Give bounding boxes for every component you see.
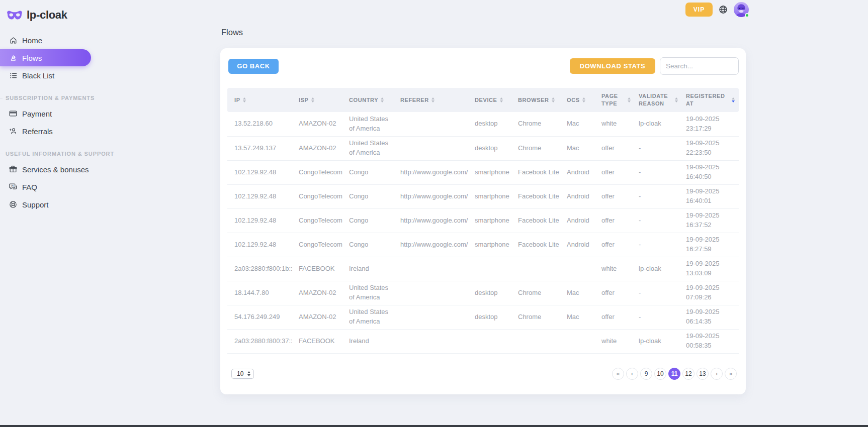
mask-icon [7,10,23,21]
page-size-select[interactable]: 10 [231,369,254,379]
column-header-referer[interactable]: REFERER [396,88,471,112]
column-header-validate-reason[interactable]: VALIDATE REASON [635,88,682,112]
pagination-page-9[interactable]: 9 [640,368,652,380]
table-cell: FACEBOOK [295,257,345,281]
table-row[interactable]: 13.52.218.60AMAZON-02United States of Am… [227,112,739,136]
table-cell: - [635,136,682,160]
table-cell: Mac [563,305,597,329]
pagination-page-11-active[interactable]: 11 [668,368,680,380]
table-cell: CongoTelecom [295,233,345,257]
sidebar-item-referrals[interactable]: Referrals [0,123,91,140]
table-cell [396,136,471,160]
table-cell: Android [563,233,597,257]
table-cell: 19-09-2025 06:14:35 [682,305,739,329]
table-cell: lp-cloak [635,112,682,136]
sidebar-item-flows[interactable]: Flows [0,49,91,66]
sidebar-item-label: Support [22,200,49,209]
sidebar-item-home[interactable]: Home [0,32,91,49]
table-cell: 2a03:2880:f800:37:: [227,329,295,353]
sidebar-item-label: Referrals [22,127,53,136]
table-cell: 13.52.218.60 [227,112,295,136]
table-cell: desktop [471,112,514,136]
column-header-isp[interactable]: ISP [295,88,345,112]
gift-icon [9,165,18,174]
table-cell: Chrome [514,112,563,136]
sidebar-item-services-bonuses[interactable]: Services & bonuses [0,161,91,178]
card-toolbar: GO BACK DOWNLOAD STATS [227,57,739,75]
column-header-page-type[interactable]: PAGE TYPE [597,88,635,112]
table-cell: Ireland [345,257,396,281]
table-cell [396,257,471,281]
column-header-ocs[interactable]: OCS [563,88,597,112]
table-row[interactable]: 13.57.249.137AMAZON-02United States of A… [227,136,739,160]
table-row[interactable]: 18.144.7.80AMAZON-02United States of Ame… [227,281,739,305]
pagination-next-button[interactable]: › [711,368,723,380]
table-cell: - [635,208,682,233]
table-row[interactable]: 2a03:2880:f800:1b::FACEBOOKIrelandwhitel… [227,257,739,281]
pagination-page-13[interactable]: 13 [697,368,709,380]
pagination-first-button[interactable]: « [612,368,624,380]
table-cell: 18.144.7.80 [227,281,295,305]
flows-card: GO BACK DOWNLOAD STATS IP ISP COUNTRY RE… [220,48,746,394]
table-cell: lp-cloak [635,257,682,281]
brand-logo[interactable]: lp-cloak [0,0,101,24]
table-cell: http://www.google.com/ [396,233,471,257]
column-header-ip[interactable]: IP [227,88,295,112]
table-row[interactable]: 102.129.92.48CongoTelecomCongohttp://www… [227,160,739,184]
home-icon [9,36,18,45]
table-cell: http://www.google.com/ [396,208,471,233]
download-stats-button[interactable]: DOWNLOAD STATS [570,58,655,74]
table-cell: smartphone [471,160,514,184]
table-cell: FACEBOOK [295,329,345,353]
table-cell [471,329,514,353]
table-cell [471,257,514,281]
column-header-browser[interactable]: BROWSER [514,88,563,112]
pagination-prev-button[interactable]: ‹ [626,368,638,380]
table-cell: United States of America [345,305,396,329]
table-cell [514,329,563,353]
sidebar-item-faq[interactable]: ?! FAQ [0,178,91,195]
sidebar-section-subscription-payments: SUBSCRIPTION & PAYMENTS [0,95,101,101]
table-footer: 10 « ‹ 9 10 11 12 13 › » [227,354,739,394]
table-cell: 19-09-2025 22:23:50 [682,136,739,160]
pagination-page-10[interactable]: 10 [654,368,666,380]
column-header-country[interactable]: COUNTRY [345,88,396,112]
table-cell: 102.129.92.48 [227,160,295,184]
globe-icon[interactable] [718,5,728,15]
table-row[interactable]: 102.129.92.48CongoTelecomCongohttp://www… [227,233,739,257]
table-cell: 13.57.249.137 [227,136,295,160]
go-back-button[interactable]: GO BACK [228,59,279,74]
sidebar-item-black-list[interactable]: Black List [0,67,91,84]
table-cell: offer [597,184,635,208]
sort-arrows-icon [552,97,555,102]
table-cell: - [635,160,682,184]
table-cell: desktop [471,305,514,329]
user-avatar[interactable] [734,2,749,17]
pagination-last-button[interactable]: » [725,368,737,380]
pagination-page-12[interactable]: 12 [682,368,695,380]
table-cell: AMAZON-02 [295,281,345,305]
sort-arrows-icon [381,97,384,102]
table-row[interactable]: 54.176.249.249AMAZON-02United States of … [227,305,739,329]
column-header-registered-at[interactable]: REGISTERED AT [682,88,739,112]
sidebar-item-support[interactable]: Support [0,196,91,213]
sort-arrows-icon [628,97,631,102]
table-cell: Facebook Lite [514,184,563,208]
table-cell: white [597,112,635,136]
faq-chat-icon: ?! [9,182,18,191]
table-cell: lp-cloak [635,329,682,353]
sidebar-item-payment[interactable]: Payment [0,105,91,122]
table-cell [514,257,563,281]
search-input[interactable] [660,57,739,75]
column-header-device[interactable]: DEVICE [471,88,514,112]
blacklist-icon [9,71,18,80]
vip-button[interactable]: VIP [685,3,713,17]
table-row[interactable]: 2a03:2880:f800:37::FACEBOOKIrelandwhitel… [227,329,739,353]
table-cell: desktop [471,136,514,160]
sort-arrows-icon [431,97,435,102]
table-row[interactable]: 102.129.92.48CongoTelecomCongohttp://www… [227,184,739,208]
svg-text:?!: ?! [11,184,14,187]
topbar-actions: VIP [685,2,749,17]
brand-name: lp-cloak [27,9,67,22]
table-row[interactable]: 102.129.92.48CongoTelecomCongohttp://www… [227,208,739,233]
